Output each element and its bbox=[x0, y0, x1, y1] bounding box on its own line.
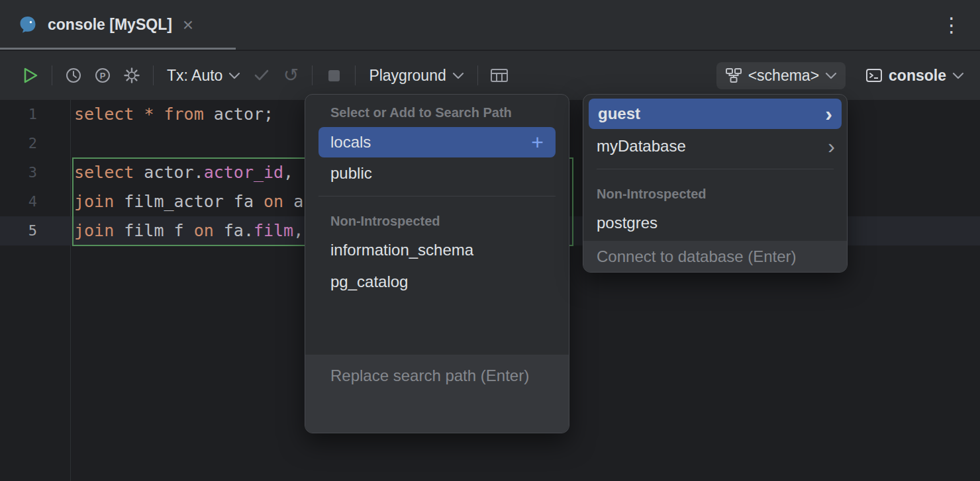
chevron-right-icon: › bbox=[825, 103, 832, 124]
result-view-table-icon[interactable] bbox=[485, 61, 514, 90]
toolbar-separator bbox=[355, 66, 356, 85]
item-label: pg_catalog bbox=[330, 273, 408, 291]
code-text: select * from actor; bbox=[70, 100, 273, 129]
parameters-icon[interactable]: P bbox=[88, 61, 117, 90]
settings-gear-icon[interactable] bbox=[117, 61, 146, 90]
search-path-popup: Select or Add to Search Path locals + pu… bbox=[305, 94, 569, 433]
code-segment: film_actor fa bbox=[114, 192, 264, 211]
code-segment: join bbox=[74, 192, 114, 211]
search-path-item-pg-catalog[interactable]: pg_catalog bbox=[305, 266, 569, 298]
toolbar-separator bbox=[477, 66, 478, 85]
code-text bbox=[70, 129, 74, 158]
code-segment: , bbox=[283, 163, 293, 182]
app-root: console [MySQL] × ⋮ P Tx: Auto ↺ bbox=[0, 0, 980, 481]
schema-selector[interactable]: <schema> bbox=[716, 62, 846, 89]
tx-mode-dropdown[interactable]: Tx: Auto bbox=[160, 67, 247, 85]
popup-title: Select or Add to Search Path bbox=[305, 95, 569, 126]
tab-console-mysql[interactable]: console [MySQL] × bbox=[0, 0, 208, 50]
code-segment bbox=[154, 105, 164, 124]
code-segment: from bbox=[164, 105, 204, 124]
tab-bar: console [MySQL] × ⋮ bbox=[0, 0, 980, 50]
code-segment: on bbox=[264, 192, 283, 211]
toolbar-right: <schema> console bbox=[716, 62, 964, 89]
console-toolbar: P Tx: Auto ↺ Playground <sc bbox=[0, 51, 980, 100]
item-label: postgres bbox=[597, 214, 658, 232]
console-label: console bbox=[889, 67, 946, 85]
popup-divider bbox=[318, 196, 556, 197]
chevron-down-icon bbox=[825, 72, 837, 79]
database-item-guest[interactable]: guest › bbox=[589, 99, 842, 129]
schema-label: <schema> bbox=[748, 67, 819, 85]
code-text: join film_actor fa on a bbox=[70, 187, 303, 216]
run-button[interactable] bbox=[16, 61, 45, 90]
code-segment: actor_id bbox=[204, 163, 283, 182]
commit-icon[interactable] bbox=[247, 61, 276, 90]
code-segment: , bbox=[293, 221, 303, 240]
chevron-down-icon bbox=[228, 72, 240, 79]
item-label: guest bbox=[598, 105, 640, 123]
code-segment: on bbox=[194, 221, 214, 240]
item-label: myDatabase bbox=[597, 137, 686, 155]
code-segment bbox=[134, 105, 144, 124]
toolbar-separator bbox=[153, 66, 154, 85]
code-segment: actor. bbox=[134, 163, 203, 182]
item-label: information_schema bbox=[330, 241, 473, 259]
toolbar-separator bbox=[52, 66, 52, 85]
search-path-item-locals[interactable]: locals + bbox=[318, 127, 556, 157]
svg-text:P: P bbox=[100, 71, 106, 81]
database-popup: guest › myDatabase › Non-Introspected po… bbox=[583, 94, 848, 273]
item-label: locals bbox=[330, 133, 371, 152]
chevron-down-icon bbox=[452, 72, 464, 79]
rollback-glyph: ↺ bbox=[283, 66, 299, 85]
close-icon[interactable]: × bbox=[183, 16, 193, 34]
stop-square bbox=[328, 70, 340, 81]
add-icon[interactable]: + bbox=[531, 132, 544, 153]
code-text: select actor.actor_id, bbox=[70, 158, 293, 187]
code-segment: fa. bbox=[214, 221, 254, 240]
postgresql-icon bbox=[17, 15, 38, 36]
rollback-icon[interactable]: ↺ bbox=[276, 61, 305, 90]
section-header: Non-Introspected bbox=[305, 203, 569, 234]
tab-title: console [MySQL] bbox=[48, 16, 172, 34]
schema-icon bbox=[725, 67, 742, 83]
code-text: join film f on fa.film, bbox=[70, 216, 303, 245]
stop-icon[interactable] bbox=[319, 61, 348, 90]
search-path-item-public[interactable]: public bbox=[305, 157, 569, 189]
code-segment: select bbox=[74, 105, 134, 124]
chevron-down-icon bbox=[952, 72, 964, 79]
code-segment: film f bbox=[114, 221, 193, 240]
console-selector[interactable]: console bbox=[865, 67, 964, 85]
line-number: 2 bbox=[0, 129, 70, 158]
line-number: 5 bbox=[0, 216, 70, 245]
search-path-item-information-schema[interactable]: information_schema bbox=[305, 234, 569, 266]
code-segment: * bbox=[144, 105, 154, 124]
section-header: Non-Introspected bbox=[583, 176, 847, 207]
playground-dropdown[interactable]: Playground bbox=[362, 67, 470, 85]
popup-divider bbox=[597, 169, 834, 169]
line-number: 3 bbox=[0, 158, 70, 187]
active-tab-underline bbox=[0, 48, 236, 50]
toolbar-separator bbox=[312, 66, 313, 85]
popup-footer-hint: Connect to database (Enter) bbox=[583, 241, 847, 272]
code-segment: film bbox=[254, 221, 293, 240]
popup-footer-hint: Replace search path (Enter) bbox=[305, 355, 569, 433]
database-item-postgres[interactable]: postgres bbox=[583, 207, 847, 239]
code-segment: select bbox=[74, 163, 134, 182]
line-number: 4 bbox=[0, 187, 70, 216]
code-segment: actor; bbox=[204, 105, 273, 124]
code-segment: a bbox=[283, 192, 303, 211]
code-segment: join bbox=[74, 221, 114, 240]
line-number: 1 bbox=[0, 100, 70, 129]
tx-mode-label: Tx: Auto bbox=[167, 67, 222, 85]
database-item-mydatabase[interactable]: myDatabase › bbox=[583, 130, 847, 162]
item-label: public bbox=[330, 164, 372, 183]
history-icon[interactable] bbox=[59, 61, 88, 90]
playground-label: Playground bbox=[369, 67, 446, 85]
kebab-menu-icon[interactable]: ⋮ bbox=[942, 15, 980, 35]
chevron-right-icon: › bbox=[828, 136, 835, 157]
console-icon bbox=[865, 67, 883, 83]
